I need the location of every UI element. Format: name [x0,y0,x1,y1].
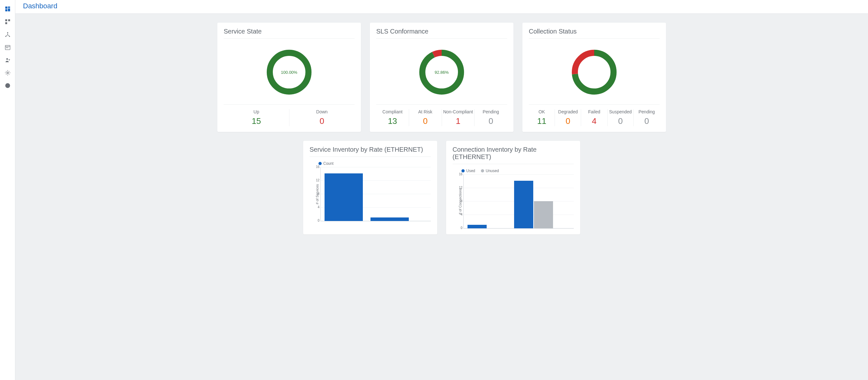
sidebar-item-settings[interactable] [1,66,14,79]
stat-label: Failed [581,109,607,114]
legend: UsedUnused [461,169,574,173]
card-title: SLS Conformance [376,28,507,39]
bar[interactable] [324,173,363,221]
donut-center-label: 100.00% [264,47,315,98]
legend-dot-icon [461,169,465,172]
bar[interactable] [371,217,409,221]
stat-item[interactable]: Degraded0 [555,109,581,126]
svg-rect-5 [8,20,10,21]
stat-value: 4 [581,116,607,126]
y-axis-label: # of Services [314,167,320,221]
card-connection-inventory: Connection Inventory by Rate (ETHERNET) … [446,141,580,234]
donut-wrap: 100.00% [224,42,354,103]
sidebar-item-info[interactable] [1,79,14,92]
sidebar-item-dashboard[interactable] [1,3,14,15]
stat-item[interactable]: OK11 [529,109,555,126]
stat-label: OK [529,109,555,114]
stat-item[interactable]: Up15 [224,109,289,126]
card-sls-conformance: SLS Conformance 92.86% Compliant13At Ris… [370,23,514,132]
stat-item[interactable]: Failed4 [581,109,607,126]
svg-point-7 [7,32,8,33]
stat-value: 13 [376,116,409,126]
donut-center-label [569,47,620,98]
sidebar-item-network[interactable] [1,28,14,41]
legend-label: Unused [486,169,499,173]
legend-item[interactable]: Unused [481,169,499,173]
bar-chart: # of Services 1612840 [310,167,431,221]
stat-item[interactable]: Pending0 [634,109,660,126]
card-title: Service State [224,28,354,39]
chart-grid[interactable]: 1612840 [320,167,431,221]
legend-dot-icon [481,169,484,172]
sidebar-item-calendar[interactable] [1,41,14,54]
stat-value: 11 [529,116,555,126]
bar-group [514,181,553,228]
stat-value: 0 [634,116,660,126]
svg-rect-3 [5,9,7,11]
row-top: Service State 100.00% Up15Down0 SLS Conf… [28,23,855,132]
stat-item[interactable]: At Risk0 [409,109,442,126]
card-service-inventory: Service Inventory by Rate (ETHERNET) Cou… [303,141,437,234]
svg-rect-2 [8,8,10,11]
legend-label: Count [323,161,334,166]
bar[interactable] [534,201,553,228]
stat-item[interactable]: Compliant13 [376,109,409,126]
stat-label: Down [289,109,355,114]
stat-label: At Risk [409,109,442,114]
stat-item[interactable]: Suspended0 [608,109,634,126]
svg-rect-6 [5,22,7,24]
stat-value: 0 [289,116,355,126]
stat-value: 1 [442,116,474,126]
donut-wrap: 92.86% [376,42,507,103]
plot: 1612840 [463,174,574,229]
calendar-icon [4,44,11,51]
stat-label: Pending [474,109,507,114]
settings-icon [4,69,11,76]
svg-rect-0 [5,7,7,9]
bar-group [371,217,409,221]
stat-value: 0 [474,116,507,126]
stat-item[interactable]: Pending0 [474,109,507,126]
person-add-icon [4,57,11,63]
svg-rect-11 [6,47,7,48]
stat-item[interactable]: Down0 [289,109,355,126]
stat-label: Suspended [608,109,633,114]
info-icon [4,82,11,89]
stat-label: Pending [634,109,660,114]
legend-item[interactable]: Used [461,169,475,173]
legend-label: Used [466,169,475,173]
sidebar-item-person-add[interactable] [1,54,14,66]
legend-item[interactable]: Count [318,161,334,166]
stat-item[interactable]: Non-Compliant1 [442,109,475,126]
network-icon [4,31,11,38]
stat-label: Up [224,109,289,114]
legend-dot-icon [318,162,322,165]
page-title: Dashboard [23,2,860,10]
svg-point-15 [5,83,10,88]
main-area: Dashboard Service State 100.00% Up15Down… [15,0,868,380]
bar[interactable] [467,225,487,228]
stats-row: Up15Down0 [224,105,354,126]
sls-conformance-donut[interactable]: 92.86% [416,47,467,98]
plot: 1612840 [320,167,431,221]
bar[interactable] [514,181,533,228]
sidebar-item-category[interactable] [1,15,14,28]
legend: Count [318,161,431,166]
bar-chart: # of Connections 1612840 [453,174,574,229]
stat-value: 15 [224,116,289,126]
donut-center-label: 92.86% [416,47,467,98]
bar-group [324,173,363,221]
chart-grid[interactable]: 1612840 [463,174,574,229]
donut-wrap [529,42,660,103]
service-state-donut[interactable]: 100.00% [264,47,315,98]
svg-rect-12 [7,47,8,48]
stat-label: Non-Compliant [442,109,474,114]
card-collection-status: Collection Status OK11Degraded0Failed4Su… [522,23,666,132]
stat-label: Compliant [376,109,409,114]
collection-status-donut[interactable] [569,47,620,98]
card-title: Connection Inventory by Rate (ETHERNET) [453,146,574,164]
topbar: Dashboard [15,0,868,14]
card-service-state: Service State 100.00% Up15Down0 [217,23,361,132]
card-title: Collection Status [529,28,660,39]
svg-point-14 [7,72,8,74]
